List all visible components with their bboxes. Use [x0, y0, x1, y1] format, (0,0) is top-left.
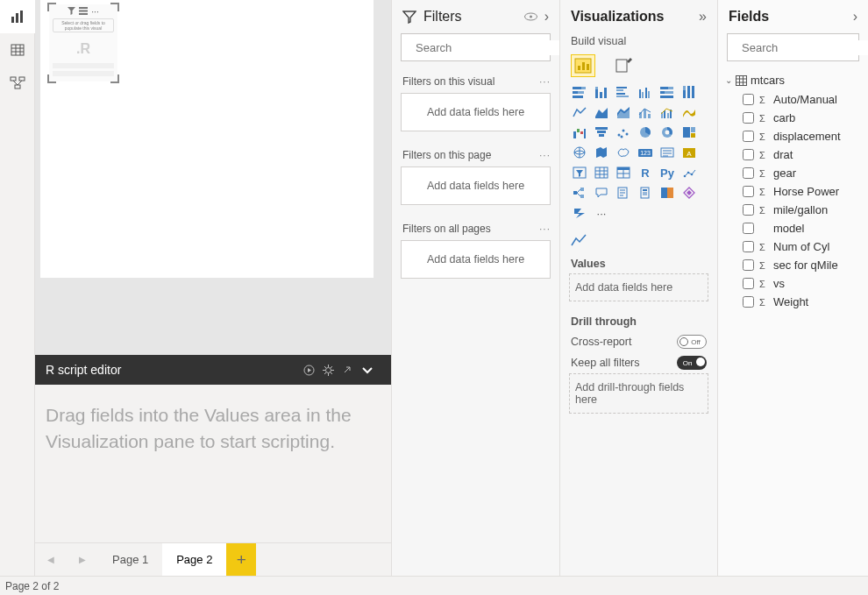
- treemap-icon[interactable]: [680, 124, 698, 140]
- expand-icon[interactable]: ›: [544, 9, 549, 25]
- powerautomate-icon[interactable]: [571, 205, 588, 221]
- field-checkbox[interactable]: [743, 149, 754, 160]
- field-model[interactable]: model: [718, 219, 868, 237]
- field-checkbox[interactable]: [743, 94, 754, 105]
- more-icon[interactable]: ···: [539, 223, 551, 235]
- stacked-bar100-icon[interactable]: [658, 84, 676, 100]
- gauge-icon[interactable]: 123: [637, 145, 654, 160]
- clustered-bar-icon[interactable]: [615, 84, 632, 100]
- waterfall-icon[interactable]: [571, 124, 588, 140]
- add-page-button[interactable]: +: [226, 543, 256, 577]
- r-visual-placeholder[interactable]: ··· Select or drag fields to populate th…: [49, 4, 117, 81]
- field-checkbox[interactable]: [743, 241, 754, 252]
- settings-icon[interactable]: [323, 365, 342, 376]
- field-vs[interactable]: Σvs: [718, 274, 868, 293]
- area-chart-icon[interactable]: [593, 104, 610, 120]
- scatter-icon[interactable]: [615, 124, 632, 140]
- stacked-area-icon[interactable]: [615, 104, 632, 120]
- field-checkbox[interactable]: [743, 223, 754, 234]
- field-gear[interactable]: Σgear: [718, 164, 868, 182]
- line-column-icon[interactable]: [637, 104, 654, 120]
- field-carb[interactable]: Σcarb: [718, 109, 868, 127]
- narrative-icon[interactable]: [615, 185, 632, 201]
- more-icon[interactable]: ···: [539, 149, 551, 161]
- matrix-icon[interactable]: [615, 165, 632, 181]
- fields-search-input[interactable]: [740, 40, 868, 55]
- donut-icon[interactable]: [658, 124, 676, 140]
- model-view-button[interactable]: [0, 67, 35, 100]
- table-mtcars[interactable]: ⌄ mtcars: [718, 70, 868, 90]
- line-clustered-icon[interactable]: [658, 104, 676, 120]
- drillthrough-well[interactable]: Add drill-through fields here: [569, 373, 708, 414]
- field-sec-for-qmile[interactable]: Σsec for qMile: [718, 256, 868, 274]
- field-mile-gallon[interactable]: Σmile/gallon: [718, 201, 868, 219]
- popout-icon[interactable]: [342, 365, 361, 375]
- field-checkbox[interactable]: [743, 131, 754, 142]
- collapse-icon[interactable]: [361, 364, 381, 376]
- stacked-bar-icon[interactable]: [571, 84, 588, 100]
- r-visual-icon[interactable]: R: [637, 165, 654, 181]
- field-horse-power[interactable]: ΣHorse Power: [718, 182, 868, 201]
- powerapps-icon[interactable]: [680, 185, 698, 201]
- filters-search[interactable]: [401, 33, 551, 61]
- line-chart-icon[interactable]: [571, 104, 588, 120]
- get-visuals-icon[interactable]: ···: [593, 205, 610, 221]
- data-view-button[interactable]: [0, 33, 35, 67]
- pie-icon[interactable]: [637, 124, 654, 140]
- fields-search[interactable]: [727, 33, 859, 61]
- field-checkbox[interactable]: [743, 296, 754, 308]
- key-influencers-icon[interactable]: [680, 165, 698, 181]
- next-page-button[interactable]: ▶: [67, 555, 98, 564]
- qa-icon[interactable]: [593, 185, 610, 201]
- field-num-of-cyl[interactable]: ΣNum of Cyl: [718, 237, 868, 256]
- field-drat[interactable]: Σdrat: [718, 145, 868, 164]
- keep-filters-toggle[interactable]: On: [677, 356, 707, 370]
- cross-report-toggle[interactable]: Off: [677, 335, 707, 349]
- field-checkbox[interactable]: [743, 204, 754, 216]
- field-displacement[interactable]: Σdisplacement: [718, 127, 868, 145]
- filter-well-all[interactable]: Add data fields here: [401, 240, 551, 279]
- filter-well-page[interactable]: Add data fields here: [401, 166, 551, 205]
- field-checkbox[interactable]: [743, 259, 754, 271]
- kpi-icon[interactable]: A: [680, 145, 698, 160]
- map-icon[interactable]: [571, 145, 588, 160]
- field-checkbox[interactable]: [743, 278, 754, 289]
- arcgis-icon[interactable]: [658, 185, 676, 201]
- clustered-column-icon[interactable]: [637, 84, 654, 100]
- tab-page-1[interactable]: Page 1: [98, 543, 162, 577]
- paginated-icon[interactable]: [637, 185, 654, 201]
- funnel-chart-icon[interactable]: [593, 124, 610, 140]
- filled-map-icon[interactable]: [593, 145, 610, 160]
- tab-page-2[interactable]: Page 2: [162, 543, 226, 577]
- card-icon[interactable]: [658, 145, 676, 160]
- filters-search-input[interactable]: [414, 40, 565, 55]
- stacked-col100-icon[interactable]: [680, 84, 698, 100]
- svg-rect-122: [736, 75, 747, 85]
- python-visual-icon[interactable]: Py: [658, 165, 676, 181]
- expand-icon[interactable]: »: [699, 9, 707, 25]
- field-checkbox[interactable]: [743, 112, 754, 124]
- stacked-column-icon[interactable]: [593, 84, 610, 100]
- decomposition-icon[interactable]: [571, 185, 588, 201]
- run-icon[interactable]: [303, 365, 323, 376]
- field-auto-manual[interactable]: ΣAuto/Manual: [718, 90, 868, 109]
- more-icon[interactable]: ···: [539, 75, 551, 88]
- report-view-button[interactable]: [0, 0, 35, 33]
- field-checkbox[interactable]: [743, 186, 754, 197]
- expand-icon[interactable]: ›: [853, 9, 857, 25]
- field-checkbox[interactable]: [743, 167, 754, 179]
- format-visual-tab[interactable]: [611, 54, 636, 77]
- prev-page-button[interactable]: ◀: [35, 555, 67, 564]
- analytics-tab-icon[interactable]: [560, 228, 717, 256]
- show-hide-icon[interactable]: [524, 12, 537, 21]
- field-weight[interactable]: ΣWeight: [718, 293, 868, 311]
- slicer-icon[interactable]: [571, 165, 588, 181]
- table-viz-icon[interactable]: [593, 165, 610, 181]
- report-canvas[interactable]: ··· Select or drag fields to populate th…: [35, 0, 391, 355]
- svg-rect-11: [79, 7, 88, 9]
- build-visual-tab[interactable]: [571, 54, 595, 77]
- filter-well-visual[interactable]: Add data fields here: [401, 93, 551, 131]
- ribbon-chart-icon[interactable]: [680, 104, 698, 120]
- values-well[interactable]: Add data fields here: [569, 273, 708, 301]
- shape-map-icon[interactable]: [615, 145, 632, 160]
